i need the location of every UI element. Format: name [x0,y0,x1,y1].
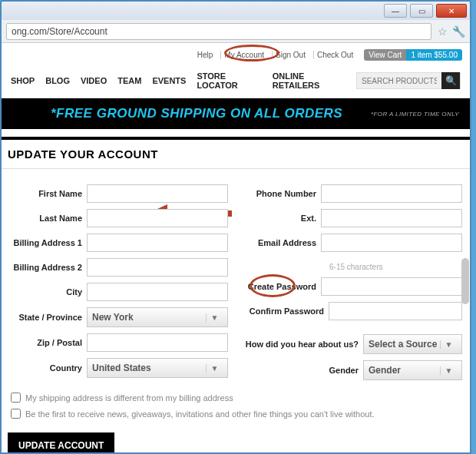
nav-store-locator[interactable]: STORE LOCATOR [197,71,261,90]
search-input[interactable] [357,77,441,85]
phone-input[interactable] [321,184,462,203]
banner-message: *FREE GROUND SHIPPING ON ALL ORDERS [12,106,371,121]
search-box: 🔍 [356,72,461,89]
utility-nav: Help My Account Sign Out Check Out View … [2,43,470,65]
browser-window: — ▭ ✕ ong.com/Store/Account ☆ 🔧 Help My … [0,0,471,454]
label-last-name: Last Name [9,214,82,223]
nav-blog[interactable]: BLOG [45,76,70,85]
form-col-right: Phone Number Ext. Email Address 6-15 cha… [243,184,462,380]
nav-video[interactable]: VIDEO [81,76,107,85]
chevron-down-icon: ▼ [206,364,223,373]
label-gender: Gender [243,366,359,375]
nav-shop[interactable]: SHOP [11,76,35,85]
gender-select[interactable]: Gender▼ [363,360,462,380]
label-ext: Ext. [243,214,316,223]
source-select[interactable]: Select a Source▼ [363,334,462,354]
window-close-button[interactable]: ✕ [436,4,467,18]
shipping-diff-label: My shipping address is different from my… [25,393,233,403]
search-icon: 🔍 [445,75,457,86]
label-billing2: Billing Address 2 [9,263,82,272]
email-input[interactable] [321,234,462,252]
browser-address-bar: ong.com/Store/Account ☆ 🔧 [2,20,470,43]
chevron-down-icon: ▼ [440,366,457,375]
confirm-password-input[interactable] [329,302,462,320]
scrollbar-thumb[interactable] [461,258,469,304]
ext-input[interactable] [321,209,462,227]
city-input[interactable] [87,283,228,301]
shipping-diff-row: My shipping address is different from my… [2,389,470,406]
page-content: Help My Account Sign Out Check Out View … [2,43,470,452]
state-select[interactable]: New York▼ [87,307,228,327]
window-minimize-button[interactable]: — [384,4,407,18]
label-phone: Phone Number [243,189,316,198]
window-maximize-button[interactable]: ▭ [410,4,433,18]
label-confirm-password: Confirm Password [243,307,324,316]
source-select-value: Select a Source [369,339,437,350]
newsletter-checkbox[interactable] [11,409,21,419]
label-hear-about: How did you hear about us? [243,340,359,349]
page-title: UPDATE YOUR ACCOUNT [2,140,470,169]
nav-team[interactable]: TEAM [117,76,141,85]
banner-sub: *FOR A LIMITED TIME ONLY [371,111,459,118]
country-select[interactable]: United States▼ [87,358,228,378]
password-hint: 6-15 characters [243,263,462,271]
update-account-button[interactable]: UPDATE ACCOUNT [8,432,114,452]
newsletter-label: Be the first to receive news, giveaways,… [25,409,375,419]
label-billing1: Billing Address 1 [9,238,82,247]
cart-pill[interactable]: View Cart 1 item $55.00 [364,49,462,61]
check-out-link[interactable]: Check Out [313,51,356,59]
nav-events[interactable]: EVENTS [152,76,186,85]
billing2-input[interactable] [87,258,228,277]
nav-online-retailers[interactable]: ONLINE RETAILERS [273,71,345,90]
help-link[interactable]: Help [194,51,217,59]
sign-out-link[interactable]: Sign Out [272,51,309,59]
state-select-value: New York [92,312,134,323]
cart-summary: 1 item $55.00 [406,49,462,61]
account-form: First Name Last Name Billing Address 1 B… [2,169,470,389]
label-country: Country [9,363,82,373]
window-title-bar: — ▭ ✕ [2,2,470,20]
newsletter-row: Be the first to receive news, giveaways,… [2,406,470,422]
first-name-input[interactable] [87,184,228,203]
label-first-name: First Name [9,189,82,198]
main-nav: SHOP BLOG VIDEO TEAM EVENTS STORE LOCATO… [2,65,470,98]
my-account-link[interactable]: My Account [220,51,267,59]
url-text: ong.com/Store/Account [12,26,107,37]
url-field[interactable]: ong.com/Store/Account [6,23,431,40]
chevron-down-icon: ▼ [206,313,223,322]
country-select-value: United States [92,363,151,373]
create-password-input[interactable] [321,277,462,296]
form-col-left: First Name Last Name Billing Address 1 B… [9,184,228,380]
bookmark-star-icon[interactable]: ☆ [438,25,448,38]
label-zip: Zip / Postal [9,338,82,347]
wrench-icon[interactable]: 🔧 [452,25,465,38]
label-email: Email Address [243,238,316,247]
label-state: State / Province [9,313,82,322]
page-title-section: UPDATE YOUR ACCOUNT [2,137,470,169]
chevron-down-icon: ▼ [440,340,457,349]
shipping-diff-checkbox[interactable] [11,393,21,403]
promo-banner: *FREE GROUND SHIPPING ON ALL ORDERS *FOR… [2,98,470,129]
gender-select-value: Gender [369,365,401,376]
label-city: City [9,287,82,297]
billing1-input[interactable] [87,234,228,252]
search-button[interactable]: 🔍 [441,72,460,89]
zip-input[interactable] [87,333,228,352]
view-cart-label: View Cart [364,49,406,61]
label-create-password: Create Password [243,282,316,291]
last-name-input[interactable] [87,209,228,227]
